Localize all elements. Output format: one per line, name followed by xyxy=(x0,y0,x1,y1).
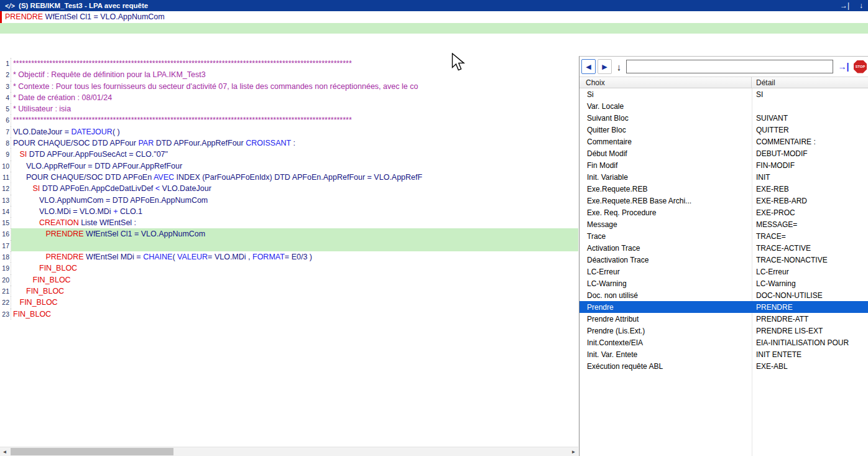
choice-cell: Quitter Bloc xyxy=(579,126,752,134)
choice-cell: Prendre (Lis.Ext.) xyxy=(579,327,752,335)
code-line-content[interactable]: CREATION Liste WfEntSel : xyxy=(11,217,578,228)
scroll-left-button[interactable]: ◄ xyxy=(0,447,9,456)
choice-row[interactable]: Var. Locale xyxy=(579,100,868,112)
choice-row[interactable]: CommentaireCOMMENTAIRE : xyxy=(579,136,868,147)
code-line-content[interactable]: FIN_BLOC xyxy=(11,286,578,297)
current-statement-line[interactable]: PRENDRE WfEntSel Cl1 = VLO.AppNumCom xyxy=(0,11,868,23)
choice-row[interactable]: Init. Var. EnteteINIT ENTETE xyxy=(579,348,868,360)
code-line-content[interactable]: POUR CHAQUE/SOC DTD APFoEn AVEC INDEX (P… xyxy=(11,172,578,183)
code-segment: ****************************************… xyxy=(13,59,352,68)
statement-highlight-row[interactable] xyxy=(0,23,868,34)
scrollbar-thumb[interactable] xyxy=(11,448,173,455)
code-segment: VLO.AppRefFour = DTD APFour.AppRefFour xyxy=(26,162,182,170)
code-line[interactable]: 16PRENDRE WfEntSel Cl1 = VLO.AppNumCom xyxy=(0,228,578,240)
code-line-content[interactable]: PRENDRE WfEntSel MDi = CHAINE( VALEUR= V… xyxy=(11,251,578,263)
code-segment: FIN_BLOC xyxy=(33,276,71,284)
code-line[interactable]: 18PRENDRE WfEntSel MDi = CHAINE( VALEUR=… xyxy=(0,251,578,263)
code-line[interactable]: 7VLO.DateJour = DATEJOUR( ) xyxy=(0,126,578,137)
choice-row[interactable]: TraceTRACE= xyxy=(579,230,868,242)
scroll-right-icon: ► xyxy=(571,449,576,455)
code-line[interactable]: 11POUR CHAQUE/SOC DTD APFoEn AVEC INDEX … xyxy=(0,172,578,183)
choice-row[interactable]: LC-WarningLC-Warning xyxy=(579,277,868,289)
code-line-content[interactable]: * Contexte : Pour tous les fournisseurs … xyxy=(11,81,578,92)
previous-button[interactable]: ◀ xyxy=(581,59,596,74)
code-line-content[interactable]: ****************************************… xyxy=(11,114,578,126)
choice-row[interactable]: PrendrePRENDRE xyxy=(579,301,868,313)
code-line-content[interactable] xyxy=(11,240,578,251)
choice-row[interactable]: Doc. non utiliséDOC-NON-UTILISE xyxy=(579,289,868,301)
code-line-content[interactable]: SI DTD APFour.AppFouSecAct = CLO."07" xyxy=(11,149,578,160)
next-button[interactable]: ▶ xyxy=(598,59,612,74)
code-segment: PAR xyxy=(138,139,154,147)
choice-row[interactable]: Quitter BlocQUITTER xyxy=(579,124,868,136)
execute-button[interactable]: →| xyxy=(835,59,852,74)
code-line[interactable]: 9SI DTD APFour.AppFouSecAct = CLO."07" xyxy=(0,149,578,160)
code-segment: = VLO.MDi , xyxy=(208,253,252,261)
choice-row[interactable]: Début ModifDEBUT-MODIF xyxy=(579,147,868,159)
choice-cell: Début Modif xyxy=(579,149,752,158)
code-line[interactable]: 8POUR CHAQUE/SOC DTD APFour PAR DTD APFo… xyxy=(0,137,578,149)
code-line[interactable]: 19FIN_BLOC xyxy=(0,263,578,274)
code-line[interactable]: 1***************************************… xyxy=(0,58,578,69)
scroll-right-button[interactable]: ► xyxy=(569,447,578,456)
code-line[interactable]: 15CREATION Liste WfEntSel : xyxy=(0,217,578,228)
code-line[interactable]: 13VLO.AppNumCom = DTD APFoEn.AppNumCom xyxy=(0,195,578,206)
code-line[interactable]: 10VLO.AppRefFour = DTD APFour.AppRefFour xyxy=(0,161,578,172)
code-line[interactable]: 23FIN_BLOC xyxy=(0,309,578,320)
code-segment: FIN_BLOC xyxy=(39,264,77,272)
choice-row[interactable]: MessageMESSAGE= xyxy=(579,218,868,230)
choice-row[interactable]: Déactivation TraceTRACE-NONACTIVE xyxy=(579,254,868,266)
code-line-content[interactable]: VLO.DateJour = DATEJOUR( ) xyxy=(11,126,578,137)
insert-down-button[interactable]: ↓ xyxy=(614,59,624,74)
code-line[interactable]: 17 xyxy=(0,240,578,251)
code-line-content[interactable]: FIN_BLOC xyxy=(11,263,578,274)
code-line-content[interactable]: VLO.AppNumCom = DTD APFoEn.AppNumCom xyxy=(11,195,578,206)
goto-end-titlebar-icon[interactable]: →| xyxy=(840,1,849,10)
choice-row[interactable]: Prendre AttributPRENDRE-ATT xyxy=(579,313,868,325)
column-header-choix[interactable]: Choix xyxy=(579,77,752,88)
code-line-content[interactable]: FIN_BLOC xyxy=(11,297,578,308)
code-line-content[interactable]: FIN_BLOC xyxy=(11,274,578,286)
code-line-content[interactable]: SI DTD APFoEn.AppCdeDatLivDef < VLO.Date… xyxy=(11,183,578,194)
code-line-content[interactable]: * Date de création : 08/01/24 xyxy=(11,92,578,103)
choice-row[interactable]: LC-ErreurLC-Erreur xyxy=(579,266,868,277)
code-line-content[interactable]: ****************************************… xyxy=(11,58,578,69)
search-input[interactable] xyxy=(626,60,833,73)
code-line-content[interactable]: VLO.MDi = VLO.MDi + CLO.1 xyxy=(11,206,578,217)
code-line[interactable]: 21FIN_BLOC xyxy=(0,286,578,297)
choice-row[interactable]: Exe.Requete.REB Base Archi...EXE-REB-ARD xyxy=(579,195,868,207)
code-editor[interactable]: 1***************************************… xyxy=(0,56,578,456)
code-line[interactable]: 2* Objectif : Requête de définition pour… xyxy=(0,69,578,80)
choice-row[interactable]: Activation TraceTRACE-ACTIVE xyxy=(579,242,868,254)
code-line[interactable]: 4* Date de création : 08/01/24 xyxy=(0,92,578,103)
choice-row[interactable]: Exécution requête ABLEXE-ABL xyxy=(579,360,868,372)
choice-row[interactable]: Fin ModifFIN-MODIF xyxy=(579,159,868,171)
choice-row[interactable]: Exe. Req. ProcedureEXE-PROC xyxy=(579,207,868,218)
code-line[interactable]: 6***************************************… xyxy=(0,114,578,126)
code-line-content[interactable]: * Utilisateur : isia xyxy=(11,103,578,114)
column-header-detail[interactable]: Détail xyxy=(752,77,868,88)
down-arrow-titlebar-icon[interactable]: ↓ xyxy=(859,1,863,10)
choice-row[interactable]: Init.Contexte/EIAEIA-INITIALISATION POUR xyxy=(579,337,868,348)
code-line-content[interactable]: POUR CHAQUE/SOC DTD APFour PAR DTD APFou… xyxy=(11,137,578,149)
choice-row[interactable]: Init. VariableINIT xyxy=(579,171,868,183)
choice-row[interactable]: Suivant BlocSUIVANT xyxy=(579,112,868,124)
choice-row[interactable]: SiSI xyxy=(579,88,868,100)
stop-button[interactable]: STOP xyxy=(854,60,867,73)
scrollbar-track[interactable] xyxy=(9,447,569,456)
choice-row[interactable]: Prendre (Lis.Ext.)PRENDRE LIS-EXT xyxy=(579,325,868,337)
code-line-content[interactable]: VLO.AppRefFour = DTD APFour.AppRefFour xyxy=(11,161,578,172)
code-line[interactable]: 20FIN_BLOC xyxy=(0,274,578,286)
choice-row[interactable]: Exe.Requete.REBEXE-REB xyxy=(579,183,868,195)
code-line-content[interactable]: PRENDRE WfEntSel Cl1 = VLO.AppNumCom xyxy=(11,228,578,240)
code-line[interactable]: 14VLO.MDi = VLO.MDi + CLO.1 xyxy=(0,206,578,217)
horizontal-scrollbar[interactable]: ◄ ► xyxy=(0,447,578,456)
code-line[interactable]: 3* Contexte : Pour tous les fournisseurs… xyxy=(0,81,578,92)
code-segment: ****************************************… xyxy=(13,116,352,124)
code-segment: FORMAT xyxy=(252,253,285,261)
code-line[interactable]: 22FIN_BLOC xyxy=(0,297,578,308)
code-line-content[interactable]: FIN_BLOC xyxy=(11,309,578,320)
code-line[interactable]: 5* Utilisateur : isia xyxy=(0,103,578,114)
code-line-content[interactable]: * Objectif : Requête de définition pour … xyxy=(11,69,578,80)
code-line[interactable]: 12SI DTD APFoEn.AppCdeDatLivDef < VLO.Da… xyxy=(0,183,578,194)
